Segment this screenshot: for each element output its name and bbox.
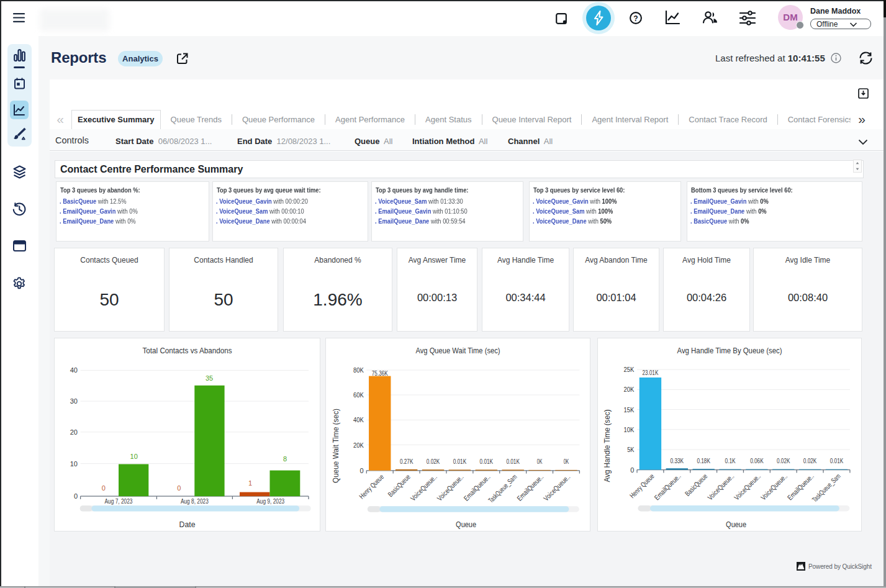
svg-text:60K: 60K	[353, 391, 364, 399]
svg-text:Henry Queue: Henry Queue	[358, 473, 385, 500]
svg-text:Queue: Queue	[456, 520, 476, 529]
svg-text:VoiceQueue..: VoiceQueue..	[436, 473, 465, 502]
svg-text:5K: 5K	[627, 446, 635, 453]
svg-text:0.02K: 0.02K	[427, 458, 440, 465]
svg-text:15K: 15K	[624, 406, 635, 414]
svg-text:0.33K: 0.33K	[671, 457, 684, 464]
svg-text:10K: 10K	[624, 426, 635, 433]
svg-text:0: 0	[360, 467, 364, 474]
svg-text:0.01K: 0.01K	[453, 458, 467, 465]
svg-text:TaskQueue_Sam: TaskQueue_Sam	[487, 473, 518, 504]
svg-text:0.06K: 0.06K	[750, 457, 764, 464]
svg-text:40K: 40K	[353, 416, 364, 423]
svg-text:0.02K: 0.02K	[777, 457, 790, 464]
svg-text:0.02K: 0.02K	[803, 457, 817, 464]
svg-text:VoiceQueue..: VoiceQueue..	[409, 473, 438, 502]
svg-text:Date: Date	[179, 520, 196, 529]
svg-text:EmailQueue..: EmailQueue..	[653, 473, 682, 502]
svg-text:?: ?	[633, 14, 638, 23]
svg-text:Total Contacts vs Abandons: Total Contacts vs Abandons	[143, 346, 232, 355]
svg-text:0K: 0K	[537, 458, 543, 465]
svg-text:0.01K: 0.01K	[506, 458, 520, 465]
svg-text:0: 0	[74, 492, 78, 500]
svg-text:0.27K: 0.27K	[400, 458, 414, 465]
svg-text:25K: 25K	[624, 366, 635, 373]
svg-text:10: 10	[130, 453, 138, 460]
svg-text:40: 40	[70, 366, 78, 374]
svg-text:20K: 20K	[624, 386, 635, 393]
svg-text:20K: 20K	[353, 441, 364, 449]
svg-text:EmailQueue..: EmailQueue..	[786, 473, 815, 502]
svg-text:VoiceQueue..: VoiceQueue..	[759, 473, 789, 502]
svg-text:0.1K: 0.1K	[725, 457, 736, 464]
svg-text:30: 30	[70, 397, 78, 405]
svg-text:10: 10	[70, 460, 78, 468]
svg-text:Aug 8, 2023: Aug 8, 2023	[181, 497, 209, 505]
svg-text:Queue: Queue	[726, 520, 746, 529]
svg-text:Henry Queue: Henry Queue	[628, 473, 656, 500]
svg-text:20: 20	[70, 428, 78, 436]
svg-text:0.01K: 0.01K	[480, 458, 494, 465]
svg-text:80K: 80K	[353, 366, 364, 374]
svg-text:EmailQueue..: EmailQueue..	[463, 473, 492, 502]
svg-text:0: 0	[177, 484, 181, 492]
svg-text:1: 1	[248, 479, 252, 487]
svg-text:0K: 0K	[564, 458, 569, 465]
svg-text:0.18K: 0.18K	[697, 457, 710, 464]
svg-text:VoiceQueue..: VoiceQueue..	[733, 473, 762, 502]
svg-text:BasicQueue: BasicQueue	[386, 473, 412, 499]
svg-text:0: 0	[102, 484, 106, 492]
svg-text:TaskQueue_Sam: TaskQueue_Sam	[811, 473, 842, 504]
svg-text:VoiceQueue..: VoiceQueue..	[706, 473, 735, 502]
svg-text:0.01K: 0.01K	[830, 457, 844, 464]
svg-text:0: 0	[630, 466, 634, 474]
svg-text:Avg Queue Wait Time (sec): Avg Queue Wait Time (sec)	[416, 346, 500, 355]
svg-text:Aug 9, 2023: Aug 9, 2023	[256, 497, 284, 505]
svg-text:35: 35	[206, 374, 213, 382]
svg-text:75.36K: 75.36K	[372, 369, 388, 377]
svg-text:VoiceQueue..: VoiceQueue..	[542, 473, 571, 502]
svg-text:Queue Wait Time (sec): Queue Wait Time (sec)	[331, 409, 340, 483]
svg-text:8: 8	[283, 455, 287, 463]
svg-text:BasicQueue: BasicQueue	[684, 473, 709, 498]
svg-text:Aug 7, 2023: Aug 7, 2023	[105, 497, 133, 505]
svg-text:Avg Handle Time By Queue (sec): Avg Handle Time By Queue (sec)	[677, 346, 782, 355]
svg-text:EmailQueue..: EmailQueue..	[515, 473, 545, 502]
svg-text:23.01K: 23.01K	[643, 369, 659, 376]
svg-text:Avg Handle Time (sec): Avg Handle Time (sec)	[602, 410, 612, 482]
